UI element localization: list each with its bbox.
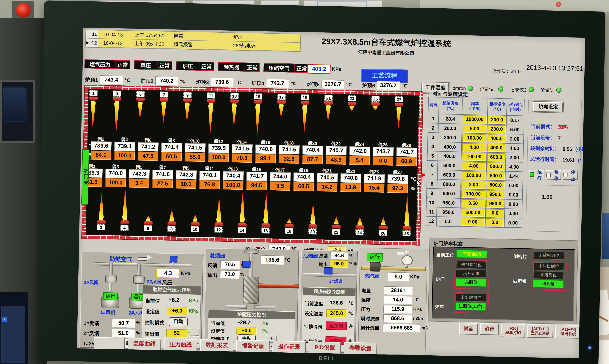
top-burner-number[interactable]: 5 — [136, 91, 145, 97]
door-state-box[interactable]: 未出炉到位 — [455, 294, 486, 302]
air-out-field[interactable]: 52 — [166, 329, 187, 338]
schedule-setpoint-field[interactable]: 0.50 — [461, 199, 485, 208]
bottom-burner-number[interactable]: 22 — [332, 229, 340, 235]
door-state-box[interactable]: 出到位 — [533, 280, 564, 288]
schedule-setpoint-field[interactable]: 200.0 — [488, 116, 506, 124]
emergency-button[interactable] — [16, 3, 31, 17]
flue-valve-actuator[interactable] — [242, 261, 251, 268]
air-set-field[interactable]: +6.0 — [167, 307, 188, 315]
run-state-button[interactable]: 停止 — [563, 170, 578, 180]
bottom-burner-number[interactable]: 20 — [308, 228, 317, 234]
bottom-burner-number[interactable]: 28 — [402, 230, 411, 236]
schedule-setpoint-field[interactable]: 2.00 — [462, 181, 485, 189]
schedule-setpoint-field[interactable]: 0.00 — [461, 218, 485, 226]
schedule-setpoint-field[interactable]: 950.0 — [486, 200, 504, 208]
fan1-run-badge: 运行 — [103, 292, 118, 300]
schedule-setpoint-field[interactable]: 400.0 — [488, 134, 506, 143]
schedule-setpoint-field[interactable]: 0.0 — [486, 209, 504, 217]
bottom-burner-number[interactable]: 16 — [261, 228, 270, 234]
schedule-setpoint-field[interactable]: 4.00 — [462, 162, 486, 170]
schedule-setpoint-field[interactable]: 200.0 — [488, 125, 506, 133]
door-state-box[interactable]: 关到位 — [456, 278, 486, 286]
bottom-burner-number[interactable]: 8 — [167, 225, 176, 232]
top-burner-number[interactable]: 11 — [207, 92, 215, 99]
bottom-burner-number[interactable]: 12 — [214, 227, 223, 233]
schedule-cell: 0.50 — [461, 199, 486, 208]
run-state-button[interactable]: 运行 — [529, 170, 544, 179]
door-state-box[interactable]: 未放松到位 — [533, 262, 564, 271]
door-state-box[interactable]: 未放松到位 — [533, 251, 564, 260]
gas-valve-icon[interactable] — [370, 262, 381, 272]
door-state-box[interactable]: 工位(全炉) — [456, 250, 487, 258]
flame-icon — [310, 203, 316, 224]
preheat-valve-state[interactable]: 已关闭 — [326, 322, 347, 330]
bottom-tab[interactable] — [94, 337, 125, 351]
bottom-burner-number[interactable]: 6 — [144, 225, 152, 231]
door-state-box[interactable]: 未进到位 — [533, 271, 564, 279]
top-burner-number[interactable]: 21 — [324, 95, 333, 101]
top-burner-number[interactable]: 13 — [230, 93, 239, 99]
bottom-burner-number[interactable]: 10 — [191, 226, 199, 232]
top-burner-number[interactable]: 27 — [395, 96, 403, 102]
rear-valve-icon[interactable] — [324, 267, 333, 274]
corner-close-icon[interactable]: × — [2, 317, 7, 322]
top-burner-number[interactable]: 17 — [277, 94, 286, 100]
top-burner-number[interactable]: 19 — [301, 94, 309, 101]
flame-icon — [334, 216, 339, 224]
bottom-tab[interactable]: 数据报表 — [200, 339, 233, 353]
system-button[interactable]: [F10]屏幕打印 — [501, 324, 525, 338]
top-burner-number[interactable]: 1 — [89, 90, 98, 96]
air-plus-button[interactable]: + — [189, 328, 200, 336]
bottom-tab[interactable]: 压力曲线 — [164, 338, 197, 352]
bottom-burner-number[interactable]: 24 — [356, 229, 364, 235]
gas-meter-row: 温度 14.0 ℃ — [359, 295, 426, 304]
schedule-setpoint-field[interactable]: 950.0 — [486, 190, 504, 199]
rear-eye-icon[interactable]: ◉ — [353, 261, 357, 266]
run-state-button[interactable]: 暂停 — [546, 170, 561, 180]
system-button[interactable]: 试音 — [459, 323, 478, 335]
schedule-setpoint-field[interactable]: 800.0 — [487, 181, 505, 189]
bottom-burner-number[interactable]: 26 — [379, 230, 387, 236]
bottom-tab[interactable]: 参数设置 — [344, 342, 377, 356]
schedule-setpoint-field[interactable]: 100.00 — [462, 153, 486, 161]
schedule-setpoint-field[interactable]: 400.0 — [487, 144, 505, 152]
schedule-setpoint-field[interactable]: 500.00 — [461, 208, 485, 217]
system-button[interactable]: [A1t+F4]退出系统 — [555, 325, 581, 339]
bottom-burner-number[interactable]: 4 — [120, 224, 129, 231]
bottom-burner-number[interactable]: 14 — [238, 227, 246, 233]
air-mode-button[interactable]: 自动 — [169, 317, 188, 326]
schedule-setpoint-field[interactable]: 4.00 — [462, 143, 486, 152]
top-burner-number[interactable]: 9 — [183, 92, 192, 98]
top-burner-number[interactable]: 7 — [160, 91, 168, 98]
bottom-tab[interactable]: 报警记录 — [236, 340, 270, 353]
valve2-body[interactable] — [133, 275, 145, 284]
schedule-setpoint-field[interactable]: 0.0 — [486, 218, 504, 227]
valve1-body[interactable] — [105, 275, 117, 283]
bottom-burner-number[interactable]: 2 — [97, 224, 105, 230]
door-state-box[interactable]: 未放松到位 — [456, 261, 487, 269]
preheat-eye-icon[interactable]: ◉ — [348, 323, 353, 329]
top-burner-number[interactable]: 15 — [254, 93, 262, 100]
system-button[interactable]: 消音 — [480, 323, 499, 335]
schedule-setpoint-field[interactable]: 600.0 — [487, 162, 505, 171]
bottom-tab[interactable]: 温度曲线 — [128, 338, 161, 351]
schedule-setpoint-field[interactable]: 100.00 — [462, 134, 486, 142]
top-burner-number[interactable]: 25 — [371, 96, 380, 102]
preheat-value[interactable]: 245.0 — [326, 309, 347, 318]
schedule-setpoint-field[interactable]: 100.00 — [462, 171, 486, 180]
top-burner-number[interactable]: 23 — [348, 95, 356, 102]
bottom-tab[interactable]: 操作记录 — [272, 341, 306, 354]
schedule-setpoint-field[interactable]: 800.0 — [487, 172, 505, 180]
bottom-tab[interactable]: PID设置 — [309, 341, 341, 355]
bottom-burner-number[interactable]: 18 — [285, 228, 293, 234]
schedule-setpoint-field[interactable]: 6.00 — [463, 125, 486, 133]
system-button[interactable]: [ALT+F2]登录&注销 — [527, 324, 553, 338]
top-burner-number[interactable]: 3 — [113, 91, 121, 97]
valve1-label: 1#风阀 — [84, 279, 99, 286]
schedule-setpoint-field[interactable]: 1000.00 — [463, 115, 487, 124]
ch-set-field[interactable]: +0.0 — [236, 327, 257, 335]
door-state-box[interactable]: 未开到位 — [456, 270, 487, 278]
schedule-setpoint-field[interactable]: 100.00 — [461, 190, 485, 198]
door-state-box[interactable]: 进到位(工位) — [455, 302, 486, 311]
schedule-setpoint-field[interactable]: 600.0 — [487, 153, 505, 161]
